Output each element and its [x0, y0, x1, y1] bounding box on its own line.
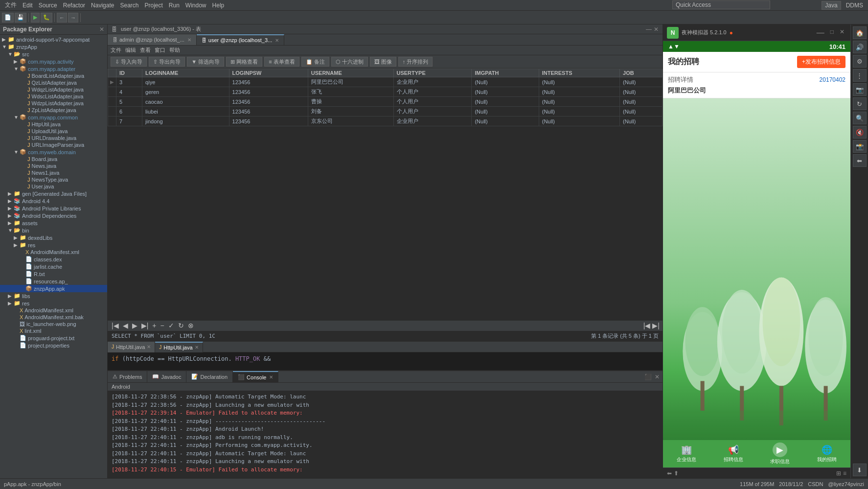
table-row[interactable]: 7 jindong 123456 京东公司 企业用户 (Null) (Null)…	[108, 116, 662, 126]
tree-item[interactable]: ▶ 📚 Android 4.4	[0, 197, 107, 205]
tree-item[interactable]: 📄 jarlist.cache	[0, 263, 107, 270]
tree-item[interactable]: J UploadUtil.java	[0, 128, 107, 135]
nav-page-end[interactable]: ▶|	[652, 322, 660, 329]
import-btn[interactable]: ⇩ 导入向导	[111, 57, 147, 67]
db-menu-help[interactable]: 帮助	[169, 47, 180, 54]
tree-item[interactable]: X lint.xml	[0, 327, 107, 334]
tree-item[interactable]: J WdzpListAdapter.java	[0, 100, 107, 107]
nav-refresh[interactable]: ↻	[177, 322, 185, 329]
tree-item[interactable]: J User.java	[0, 183, 107, 190]
tab-close[interactable]: ✕	[187, 37, 191, 43]
side-btn-expand[interactable]: ⬇	[853, 464, 867, 476]
menu-edit[interactable]: Edit	[20, 2, 36, 9]
tree-item[interactable]: ▶ 📁 gen [Generated Java Files]	[0, 190, 107, 197]
nav-first[interactable]: |◀	[111, 322, 120, 329]
table-row[interactable]: ▶ 3 qiye 123456 阿里巴巴公司 企业用户 (Null) (Null…	[108, 77, 662, 87]
editor-tab-2[interactable]: J HttpUtil.java ✕	[155, 342, 203, 352]
tree-item-apk[interactable]: 📦 znzpApp.apk	[0, 285, 107, 292]
menu-file[interactable]: 文件	[2, 1, 20, 9]
db-menu-edit[interactable]: 编辑	[125, 47, 136, 54]
tree-item[interactable]: J Board.java	[0, 156, 107, 163]
tree-item[interactable]: X AndroidManifest.xml.bak	[0, 314, 107, 321]
tree-item[interactable]: ▼ 📦 com.myweb.domain	[0, 148, 107, 156]
tree-item[interactable]: ▼ 📦 com.myapp.common	[0, 114, 107, 121]
side-btn-apps[interactable]: ⋮	[853, 69, 867, 82]
nav-item-recruitment[interactable]: 📢 招聘信息	[710, 444, 757, 463]
nav-item-my-recruitment[interactable]: 🌐 我的招聘	[803, 444, 850, 463]
tree-item[interactable]: J ZpListAdapter.java	[0, 107, 107, 114]
tree-item[interactable]: J WdscListAdapter.java	[0, 93, 107, 100]
emulator-minimize[interactable]: —	[815, 28, 826, 37]
toolbar-run[interactable]: ▶	[31, 13, 40, 23]
nav-delete[interactable]: −	[159, 322, 165, 329]
nav-stop[interactable]: ⊗	[187, 322, 195, 329]
table-row[interactable]: 4 geren 123456 张飞 个人用户 (Null) (Null) (Nu…	[108, 87, 662, 97]
menu-refactor[interactable]: Refactor	[60, 2, 88, 9]
table-row[interactable]: 5 caocao 123456 曹操 个人用户 (Null) (Null) (N…	[108, 97, 662, 107]
tab-close2[interactable]: ✕	[275, 38, 279, 43]
grid-view-btn[interactable]: ⊞ 网格查看	[226, 57, 262, 67]
side-btn-zoom-in[interactable]: 🔍	[853, 112, 867, 124]
nav-item-company[interactable]: 🏢 企业信息	[663, 444, 710, 463]
nav-page-start[interactable]: |◀	[643, 322, 651, 329]
tree-item[interactable]: X AndroidManifest.xml	[0, 307, 107, 314]
tree-item[interactable]: 🖼 ic_launcher-web.png	[0, 321, 107, 327]
tree-item[interactable]: J NewsType.java	[0, 176, 107, 183]
tree-item[interactable]: J QzListAdapter.java	[0, 79, 107, 86]
db-tab-user[interactable]: 🗄 user @znzp (localhost_3... ✕	[197, 34, 284, 45]
console-toolbar-btn1[interactable]: ⬛	[643, 373, 653, 380]
nav-add[interactable]: +	[151, 322, 157, 329]
emulator-bottom-btn1[interactable]: ⬅	[667, 470, 672, 477]
emulator-settings-btn[interactable]: ≡	[843, 470, 846, 477]
tree-item[interactable]: J News1.java	[0, 169, 107, 176]
db-tab-admin[interactable]: 🗄 admin @znzp (localhost_... ✕	[108, 34, 197, 45]
side-btn-volume-up[interactable]: 🔊	[853, 41, 867, 53]
tree-item[interactable]: ▶ 📚 Android Private Libraries	[0, 205, 107, 212]
menu-source[interactable]: Source	[36, 2, 60, 9]
menu-search[interactable]: Search	[117, 2, 141, 9]
menu-navigate[interactable]: Navigate	[88, 2, 117, 9]
tab-problems[interactable]: ⚠ Problems	[108, 371, 147, 383]
image-btn[interactable]: 🖼 图像	[370, 57, 396, 67]
tree-item[interactable]: J WdqzListAdapter.java	[0, 86, 107, 93]
tab-javadoc[interactable]: 📖 Javadoc	[147, 371, 186, 383]
nav-prev[interactable]: ◀	[122, 322, 129, 329]
side-btn-camera[interactable]: 📸	[853, 140, 867, 153]
tree-item[interactable]: ▶ 📁 assets	[0, 219, 107, 227]
toolbar-back[interactable]: ←	[57, 13, 67, 23]
editor-tab-1[interactable]: J HttpUtil.java ✕	[108, 342, 155, 352]
tab-declaration[interactable]: 📝 Declaration	[186, 371, 233, 383]
code-editor[interactable]: if (httpCode == HttpURLConnection. HTTP_…	[108, 352, 662, 365]
ddms-perspective[interactable]: DDMS	[846, 2, 863, 9]
quick-access-input[interactable]	[672, 0, 770, 9]
db-menu-view[interactable]: 查看	[140, 47, 151, 54]
sort-btn[interactable]: ↑ 升序排列	[398, 57, 433, 67]
tree-item[interactable]: ▶ 📁 libs	[0, 292, 107, 300]
side-btn-rotate[interactable]: ↻	[853, 97, 867, 110]
col-job[interactable]: JOB	[620, 69, 662, 77]
emulator-restore[interactable]: □	[828, 28, 836, 37]
tree-item[interactable]: J News.java	[0, 163, 107, 169]
publish-btn[interactable]: +发布招聘信息	[797, 56, 845, 68]
col-username[interactable]: USERNAME	[308, 69, 393, 77]
menu-run[interactable]: Run	[166, 2, 183, 9]
col-loginpsw[interactable]: LOGINPSW	[229, 69, 308, 77]
emulator-expand-btn[interactable]: ⊞	[836, 470, 841, 477]
db-menu-file[interactable]: 文件	[111, 47, 121, 54]
tree-item[interactable]: J HttpUtil.java	[0, 121, 107, 128]
tab-close4[interactable]: ✕	[195, 345, 199, 350]
side-btn-volume-down[interactable]: 🔇	[853, 126, 867, 139]
note-btn[interactable]: 📋 备注	[301, 57, 329, 67]
tree-item[interactable]: ▼ 📁 znzpApp	[0, 43, 107, 50]
export-btn[interactable]: ⇧ 导出向导	[149, 57, 185, 67]
tree-item[interactable]: ▶ 📁 res	[0, 241, 107, 249]
col-imgpath[interactable]: IMGPATH	[472, 69, 539, 77]
tree-item[interactable]: 📄 project.properties	[0, 342, 107, 349]
tab-console[interactable]: ⬛ Console ✕	[233, 371, 278, 383]
emulator-close[interactable]: ✕	[838, 28, 846, 37]
minimize-icon[interactable]: ✕	[99, 26, 104, 33]
menu-project[interactable]: Project	[141, 2, 165, 9]
nav-last[interactable]: ▶|	[140, 322, 150, 329]
tree-item[interactable]: ▶ 📁 android-support-v7-appcompat	[0, 36, 107, 43]
tree-item[interactable]: J URLImageParser.java	[0, 141, 107, 148]
